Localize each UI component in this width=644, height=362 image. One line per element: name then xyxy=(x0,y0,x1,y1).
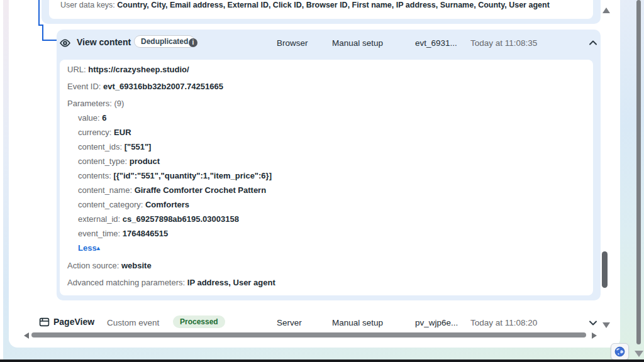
user-data-keys-line: User data keys: Country, City, Email add… xyxy=(60,1,550,9)
event-time: Today at 11:08:20 xyxy=(470,318,537,327)
event-id-line: Event ID: evt_69316bb32b2007.74251665 xyxy=(67,82,223,91)
url-label: URL: xyxy=(67,65,86,74)
scroll-up-arrow[interactable] xyxy=(602,8,610,13)
event-name: PageView xyxy=(53,317,94,327)
processed-badge: Processed xyxy=(173,315,225,328)
events-list-card: User data keys: Country, City, Email add… xyxy=(9,0,620,348)
scroll-right-arrow[interactable] xyxy=(592,332,597,339)
browser-window-icon xyxy=(39,317,50,327)
test-events-screen: User data keys: Country, City, Email add… xyxy=(0,0,644,362)
deduplicated-badge: Deduplicated xyxy=(134,35,195,48)
url-value: https://crazysheep.studio/ xyxy=(88,65,189,74)
parameter-row: content_category: Comforters xyxy=(78,200,189,209)
eye-icon xyxy=(60,38,70,48)
event-id-label: Event ID: xyxy=(67,82,101,91)
parameter-row: contents: [{"id":"551","quantity":1,"ite… xyxy=(78,171,272,180)
parameters-count: (9) xyxy=(114,99,124,108)
setup-method: Manual setup xyxy=(332,318,383,327)
connection-method: Server xyxy=(277,318,302,327)
user-data-keys-label: User data keys: xyxy=(60,1,115,9)
event-type: Custom event xyxy=(107,318,159,327)
less-label: Less xyxy=(78,243,97,253)
less-link[interactable]: Less▴ xyxy=(78,243,100,253)
url-line: URL: https://crazysheep.studio/ xyxy=(67,65,189,74)
parameter-row: content_type: product xyxy=(78,156,160,166)
page-vertical-scrollbar-thumb[interactable] xyxy=(636,0,641,344)
action-source-line: Action source: website xyxy=(67,261,152,270)
event-time: Today at 11:08:35 xyxy=(470,38,537,48)
page-scroll-down-arrow[interactable] xyxy=(635,351,643,357)
chevron-down-icon[interactable] xyxy=(588,319,598,327)
collapse-triangle-icon: ▴ xyxy=(97,244,100,251)
event-id-short: pv_wjp6e... xyxy=(415,318,458,327)
advanced-matching-label: Advanced matching parameters: xyxy=(67,278,185,287)
parameter-row: currency: EUR xyxy=(78,128,131,137)
scroll-down-arrow[interactable] xyxy=(602,322,610,328)
parameter-row: content_ids: ["551"] xyxy=(78,142,151,151)
inner-vertical-scrollbar-thumb[interactable] xyxy=(602,251,608,288)
previous-event-expanded-panel: User data keys: Country, City, Email add… xyxy=(42,0,601,24)
action-source-label: Action source: xyxy=(67,261,119,270)
event-id-short: evt_6931... xyxy=(415,38,457,48)
parameters-label: Parameters: xyxy=(67,99,112,108)
connection-method: Browser xyxy=(277,38,308,48)
advanced-matching-value: IP address, User agent xyxy=(187,278,275,287)
parameter-row: event_time: 1764846515 xyxy=(78,229,168,238)
globe-icon xyxy=(614,346,625,357)
scroll-left-arrow[interactable] xyxy=(24,332,29,339)
left-edge-strip xyxy=(0,0,3,362)
event-name: View content xyxy=(77,37,131,47)
chevron-up-icon[interactable] xyxy=(588,38,598,47)
user-data-keys-value: Country, City, Email address, External I… xyxy=(117,1,549,9)
horizontal-scrollbar-thumb[interactable] xyxy=(31,332,586,337)
action-source-value: website xyxy=(121,261,152,270)
parameter-row: external_id: cs_69257898ab6195.03003158 xyxy=(78,214,239,224)
previous-event-detail-panel: User data keys: Country, City, Email add… xyxy=(49,0,593,19)
parameter-row: content_name: Giraffe Comforter Crochet … xyxy=(78,185,266,195)
parameters-line: Parameters: (9) xyxy=(67,99,124,108)
parameter-row: value: 6 xyxy=(78,113,107,123)
globe-button[interactable] xyxy=(611,343,629,360)
window-bottom-edge xyxy=(0,359,644,362)
info-icon[interactable]: i xyxy=(189,38,197,47)
event-details-panel: URL: https://crazysheep.studio/ Event ID… xyxy=(60,60,593,295)
advanced-matching-line: Advanced matching parameters: IP address… xyxy=(67,278,275,287)
event-id-value: evt_69316bb32b2007.74251665 xyxy=(103,82,223,91)
setup-method: Manual setup xyxy=(332,38,383,48)
